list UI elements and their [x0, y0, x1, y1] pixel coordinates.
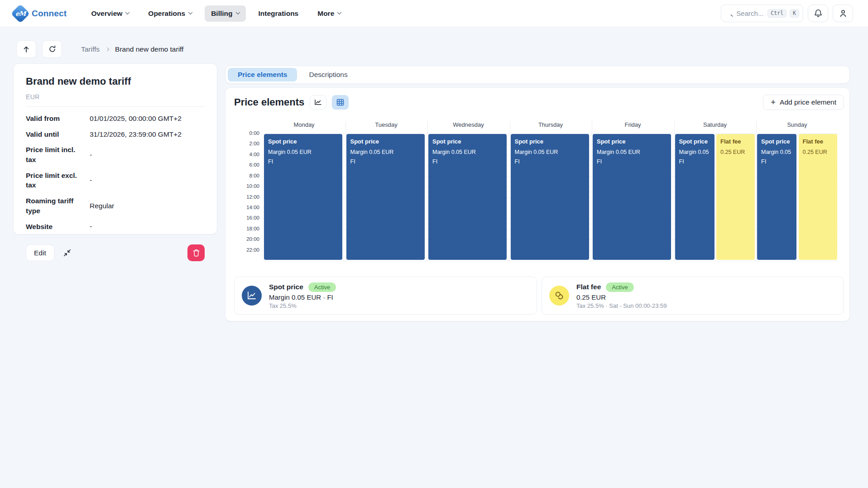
block-title: Spot price — [515, 138, 585, 145]
table-view-button[interactable] — [332, 95, 349, 110]
panel-title: Price elements — [234, 96, 304, 108]
panel-header: Price elements + Add price element — [234, 95, 844, 110]
block-zone: FI — [679, 158, 710, 165]
search-input[interactable] — [736, 10, 764, 17]
element-card-flat-fee[interactable]: Flat fee Active 0.25 EUR Tax 25.5% · Sat… — [542, 277, 844, 315]
time-label: 22:00 — [225, 247, 259, 254]
time-label: 16:00 — [225, 215, 259, 221]
day-header: Sunday — [756, 121, 838, 130]
tariff-title: Brand new demo tariff — [26, 76, 205, 87]
price-block-spot-tuesday[interactable]: Spot price Margin 0.05 EUR FI — [346, 134, 425, 260]
field-label: Roaming tariff type — [26, 196, 90, 215]
block-title: Flat fee — [803, 138, 833, 145]
day-header: Tuesday — [345, 121, 427, 130]
price-block-spot-wednesday[interactable]: Spot price Margin 0.05 EUR FI — [428, 134, 507, 260]
brand[interactable]: eM Connect — [14, 7, 67, 20]
time-label: 8:00 — [225, 173, 259, 179]
day-header: Friday — [592, 121, 674, 130]
add-price-element-button[interactable]: + Add price element — [763, 95, 844, 110]
line-chart-icon — [247, 291, 257, 300]
block-title: Spot price — [597, 138, 667, 145]
element-card-spot-price[interactable]: Spot price Active Margin 0.05 EUR · FI T… — [234, 277, 537, 315]
block-title: Flat fee — [720, 138, 751, 145]
field-label: Valid from — [26, 114, 90, 124]
nav-item-operations[interactable]: Operations — [142, 5, 198, 22]
element-info: Spot price Active Margin 0.05 EUR · FI T… — [269, 282, 336, 309]
price-block-spot-saturday[interactable]: Spot price Margin 0.05 ... FI — [675, 134, 715, 260]
collapse-button[interactable] — [62, 247, 73, 258]
delete-button[interactable] — [187, 244, 205, 261]
brand-logo-icon: eM — [11, 4, 30, 23]
breadcrumb: Tariffs Brand new demo tariff — [81, 45, 183, 53]
edit-button[interactable]: Edit — [26, 244, 54, 261]
block-zone: FI — [761, 158, 792, 165]
notifications-button[interactable] — [808, 5, 828, 22]
price-block-flat-sunday[interactable]: Flat fee 0.25 EUR — [799, 134, 837, 260]
price-block-spot-thursday[interactable]: Spot price Margin 0.05 EUR FI — [511, 134, 589, 260]
time-label: 6:00 — [225, 162, 259, 168]
status-badge: Active — [606, 282, 633, 292]
back-up-button[interactable] — [16, 40, 36, 58]
breadcrumb-parent[interactable]: Tariffs — [81, 45, 100, 53]
tariff-actions: Edit — [26, 244, 205, 261]
arrow-up-icon — [23, 46, 30, 53]
block-title: Spot price — [679, 138, 710, 145]
status-badge: Active — [308, 282, 336, 292]
nav-item-integrations[interactable]: Integrations — [252, 5, 305, 22]
chevron-down-icon — [125, 10, 130, 14]
divider — [26, 106, 205, 107]
time-label: 0:00 — [225, 130, 259, 137]
flat-fee-avatar — [549, 286, 569, 306]
refresh-icon — [48, 45, 56, 53]
collapse-icon — [63, 249, 71, 257]
time-label: 14:00 — [225, 205, 259, 211]
block-zone: FI — [515, 158, 585, 165]
day-header: Monday — [263, 121, 345, 130]
time-label: 10:00 — [225, 183, 259, 190]
line-chart-icon — [314, 99, 322, 106]
refresh-button[interactable] — [42, 40, 62, 58]
tariff-currency: EUR — [26, 93, 205, 100]
price-block-spot-sunday[interactable]: Spot price Margin 0.05 ... FI — [757, 134, 796, 260]
nav-item-label: Overview — [91, 10, 122, 18]
element-meta: Tax 25.5% · Sat - Sun 00:00-23:59 — [576, 302, 667, 309]
field-value: - — [90, 151, 205, 159]
chart-view-button[interactable] — [310, 95, 326, 110]
price-block-flat-saturday[interactable]: Flat fee 0.25 EUR — [716, 134, 755, 260]
block-price: 0.25 EUR — [720, 149, 751, 155]
field-value: 31/12/2026, 23:59:00 GMT+2 — [90, 130, 205, 139]
price-block-spot-monday[interactable]: Spot price Margin 0.05 EUR FI — [264, 134, 342, 260]
tab-price-elements[interactable]: Price elements — [228, 68, 297, 81]
nav-item-billing[interactable]: Billing — [205, 5, 245, 22]
breadcrumb-current: Brand new demo tariff — [115, 45, 183, 53]
trash-icon — [192, 249, 200, 257]
nav-item-more[interactable]: More — [311, 5, 347, 22]
tariff-fields: Valid from 01/01/2025, 00:00:00 GMT+2 Va… — [26, 114, 205, 231]
nav-item-overview[interactable]: Overview — [85, 5, 135, 22]
profile-button[interactable] — [833, 5, 853, 22]
element-name: Spot price — [269, 283, 303, 291]
block-zone: FI — [432, 158, 503, 165]
time-label: 20:00 — [225, 236, 259, 243]
main-nav: Overview Operations Billing Integrations… — [85, 5, 347, 22]
block-title: Spot price — [350, 138, 421, 145]
nav-item-label: Operations — [148, 10, 185, 18]
element-info: Flat fee Active 0.25 EUR Tax 25.5% · Sat… — [576, 282, 667, 309]
detail-tabs: Price elements Descriptions — [225, 66, 850, 84]
time-label: 12:00 — [225, 194, 259, 201]
nav-item-label: Billing — [211, 10, 232, 18]
block-margin: Margin 0.05 EUR — [350, 149, 421, 155]
field-label: Valid until — [26, 129, 90, 139]
nav-item-label: Integrations — [259, 10, 299, 18]
price-block-spot-friday[interactable]: Spot price Margin 0.05 EUR FI — [593, 134, 671, 260]
search-icon — [726, 10, 733, 17]
price-elements-panel: Price elements + Add price element Monda… — [225, 87, 850, 321]
top-nav-bar: eM Connect Overview Operations Billing I… — [0, 0, 868, 27]
user-icon — [839, 9, 847, 18]
tab-descriptions[interactable]: Descriptions — [299, 68, 357, 81]
search-box[interactable]: Ctrl K — [721, 5, 803, 22]
time-label: 4:00 — [225, 152, 259, 158]
brand-name: Connect — [32, 9, 67, 19]
weekly-price-calendar: Monday Tuesday Wednesday Thursday Friday… — [225, 120, 850, 262]
breadcrumb-row: Tariffs Brand new demo tariff — [16, 40, 183, 58]
